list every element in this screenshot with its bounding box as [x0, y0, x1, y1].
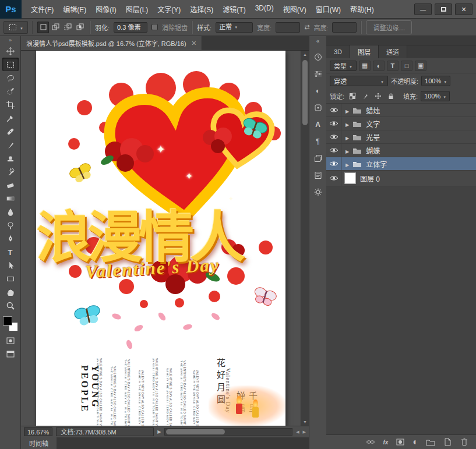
- adjustment-layer-icon[interactable]: [412, 437, 418, 447]
- vertical-scroll-thumb[interactable]: [302, 60, 308, 125]
- adjustments-panel-icon[interactable]: [311, 84, 325, 97]
- menu-3d[interactable]: 3D(D): [251, 2, 278, 16]
- document-tab[interactable]: 浪漫情人节psd展板模板.psd @ 16.7% (立体字, RGB/16): [21, 36, 202, 50]
- link-layers-icon[interactable]: [366, 437, 375, 447]
- layer-row-butterfly[interactable]: 蝴蝶: [326, 144, 476, 157]
- close-button[interactable]: [455, 3, 473, 15]
- tab-channels[interactable]: 通道: [379, 45, 407, 58]
- visibility-toggle[interactable]: [326, 130, 341, 143]
- menu-view[interactable]: 视图(V): [278, 2, 311, 16]
- menu-type[interactable]: 文字(Y): [153, 2, 185, 16]
- layer-name[interactable]: 立体字: [366, 159, 387, 169]
- layer-style-icon[interactable]: [383, 439, 388, 446]
- spot-healing-brush-tool[interactable]: [2, 125, 19, 138]
- visibility-toggle[interactable]: [326, 171, 341, 186]
- expand-group-icon[interactable]: [345, 158, 349, 169]
- add-mask-icon[interactable]: [396, 437, 405, 447]
- expand-group-icon[interactable]: [345, 118, 349, 129]
- horizontal-scrollbar[interactable]: [164, 428, 292, 436]
- tool-presets-panel-icon[interactable]: [311, 186, 325, 199]
- opacity-field[interactable]: 100%: [421, 76, 450, 86]
- delete-layer-icon[interactable]: [460, 437, 469, 447]
- foreground-color-swatch[interactable]: [3, 316, 12, 326]
- style-select[interactable]: 正常: [216, 22, 253, 33]
- layer-row-3d-text[interactable]: 立体字: [326, 157, 476, 171]
- filter-type-select[interactable]: 类型: [330, 61, 357, 71]
- pixel-filter-icon[interactable]: [359, 61, 371, 71]
- layer-row-candle[interactable]: 蜡烛: [326, 104, 476, 117]
- expand-group-icon[interactable]: [345, 105, 349, 115]
- eraser-tool[interactable]: [2, 178, 19, 192]
- menu-filter[interactable]: 滤镜(T): [218, 2, 250, 16]
- canvas-viewport[interactable]: 浪漫情人 Valentine's Day YOUNG PEOPLE VALENT…: [21, 51, 309, 426]
- gradient-tool[interactable]: [2, 192, 19, 205]
- tab-layers[interactable]: 图层: [350, 45, 379, 58]
- eyedropper-tool[interactable]: [2, 111, 19, 125]
- adjustment-filter-icon[interactable]: [373, 61, 385, 71]
- tab-close-icon[interactable]: [192, 38, 196, 48]
- character-panel-icon[interactable]: [311, 118, 325, 131]
- type-filter-icon[interactable]: [387, 61, 399, 71]
- layer-thumbnail[interactable]: [344, 172, 356, 184]
- maximize-button[interactable]: [435, 3, 452, 15]
- expand-panels-icon[interactable]: [316, 38, 320, 47]
- layer-row-layer0[interactable]: 图层 0: [326, 171, 476, 186]
- collapse-tools-icon[interactable]: [9, 37, 12, 44]
- shape-filter-icon[interactable]: [401, 61, 412, 71]
- clone-stamp-tool[interactable]: [2, 151, 19, 165]
- history-brush-tool[interactable]: [2, 165, 19, 178]
- scroll-left-icon[interactable]: [296, 430, 299, 434]
- visibility-toggle[interactable]: [326, 144, 341, 157]
- menu-layer[interactable]: 图层(L): [121, 2, 153, 16]
- layer-comps-panel-icon[interactable]: [311, 152, 325, 165]
- swap-width-height-icon[interactable]: [304, 23, 309, 31]
- menu-edit[interactable]: 编辑(E): [58, 2, 91, 16]
- width-input[interactable]: [276, 22, 300, 33]
- lock-image-pixels-icon[interactable]: [360, 91, 370, 101]
- menu-image[interactable]: 图像(I): [91, 2, 121, 16]
- screen-mode-button[interactable]: [2, 347, 19, 360]
- layer-row-text[interactable]: 文字: [326, 117, 476, 130]
- history-panel-icon[interactable]: [311, 51, 325, 63]
- layer-name[interactable]: 图层 0: [360, 174, 380, 183]
- pen-tool[interactable]: [2, 232, 19, 245]
- hand-tool[interactable]: [2, 285, 19, 299]
- scroll-down-icon[interactable]: [301, 418, 309, 426]
- rectangle-tool[interactable]: [2, 272, 19, 285]
- notes-panel-icon[interactable]: [311, 169, 325, 182]
- quick-selection-tool[interactable]: [2, 84, 19, 98]
- lock-position-icon[interactable]: [373, 91, 383, 101]
- layer-row-glow[interactable]: 光晕: [326, 130, 476, 144]
- path-selection-tool[interactable]: [2, 259, 19, 272]
- zoom-tool[interactable]: [2, 299, 19, 312]
- feather-input[interactable]: 0.3 像素: [114, 22, 147, 33]
- new-group-icon[interactable]: [426, 439, 435, 446]
- vertical-scrollbar[interactable]: [301, 51, 309, 426]
- menu-select[interactable]: 选择(S): [185, 2, 218, 16]
- brush-tool[interactable]: [2, 138, 19, 151]
- layer-name[interactable]: 蝴蝶: [366, 146, 380, 155]
- scroll-up-icon[interactable]: [301, 51, 309, 58]
- layer-name[interactable]: 文字: [366, 119, 380, 129]
- expand-group-icon[interactable]: [345, 132, 349, 142]
- new-selection-button[interactable]: [37, 22, 49, 33]
- visibility-toggle[interactable]: [326, 157, 341, 170]
- scroll-right-icon[interactable]: [303, 430, 306, 434]
- styles-panel-icon[interactable]: [311, 101, 325, 114]
- layer-name[interactable]: 光晕: [366, 132, 380, 142]
- status-options-icon[interactable]: [157, 429, 161, 434]
- visibility-toggle[interactable]: [326, 104, 341, 116]
- horizontal-scroll-thumb[interactable]: [166, 429, 224, 434]
- lasso-tool[interactable]: [2, 71, 19, 84]
- height-input[interactable]: [332, 22, 357, 33]
- canvas-document[interactable]: 浪漫情人 Valentine's Day YOUNG PEOPLE VALENT…: [36, 51, 285, 426]
- blend-mode-select[interactable]: 穿透: [330, 76, 388, 86]
- move-tool[interactable]: [2, 44, 19, 58]
- zoom-level-field[interactable]: 16.67%: [24, 427, 52, 436]
- quick-mask-button[interactable]: [2, 334, 19, 347]
- menu-window[interactable]: 窗口(W): [311, 2, 345, 16]
- minimize-button[interactable]: [414, 3, 432, 15]
- timeline-tab[interactable]: 时间轴: [21, 437, 57, 449]
- type-tool[interactable]: [2, 245, 19, 259]
- rectangular-marquee-tool[interactable]: [2, 58, 19, 71]
